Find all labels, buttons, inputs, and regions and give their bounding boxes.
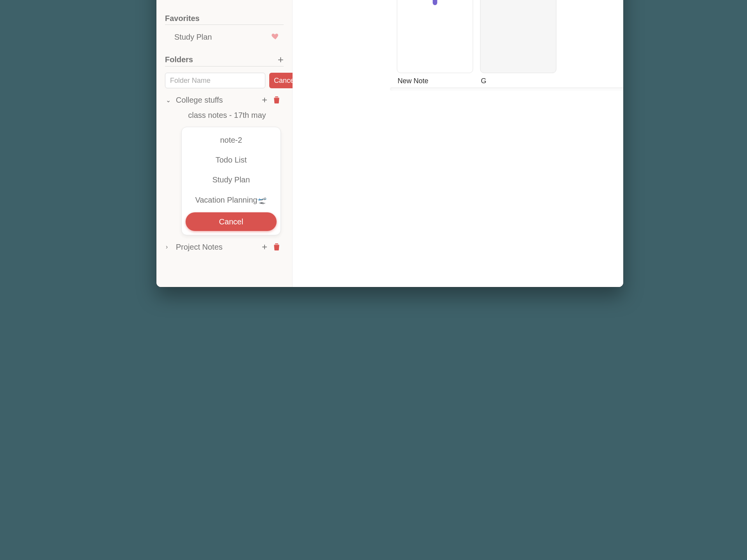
note-select-cancel-button[interactable]: Cancel — [186, 212, 277, 231]
add-note-icon[interactable]: + — [260, 95, 269, 105]
card-row-divider — [390, 87, 494, 91]
sidebar-top-spacer — [165, 0, 284, 2]
add-folder-icon[interactable]: + — [278, 54, 284, 65]
trash-icon[interactable] — [272, 96, 281, 103]
new-note-card: New Note — [397, 0, 473, 85]
folder-note[interactable]: class notes - 17th may — [170, 105, 284, 121]
trash-icon[interactable] — [272, 243, 281, 250]
note-card-label: G — [480, 77, 494, 85]
favorites-title: Favorites — [165, 14, 200, 23]
note-option[interactable]: Vacation Planning🛫 — [184, 190, 278, 210]
main-area: New Note G — [293, 0, 494, 287]
folder-name: Project Notes — [176, 243, 257, 252]
add-note-icon[interactable]: + — [260, 242, 269, 252]
note-thumb[interactable] — [480, 0, 494, 73]
svg-rect-0 — [433, 0, 437, 5]
plus-icon — [421, 0, 449, 7]
chevron-right-icon[interactable]: › — [166, 243, 173, 250]
note-option[interactable]: Study Plan — [184, 170, 278, 190]
favorite-label: Study Plan — [174, 33, 212, 42]
folders-title: Folders — [165, 55, 193, 64]
folders-section: Folders + Cancel ⌄ College stuffs + clas… — [165, 54, 284, 252]
heart-icon[interactable] — [271, 32, 280, 42]
note-option[interactable]: note-2 — [184, 130, 278, 150]
folders-header: Folders + — [165, 54, 284, 66]
folder-name: College stuffs — [176, 96, 257, 105]
chevron-down-icon[interactable]: ⌄ — [166, 96, 173, 104]
favorites-header: Favorites — [165, 14, 284, 25]
app-window: Favorites Study Plan Folders + Cancel ⌄ — [156, 0, 494, 287]
note-select-card: note-2 Todo List Study Plan Vacation Pla… — [181, 127, 281, 235]
folder-create-row: Cancel — [165, 73, 284, 88]
folder-row-project[interactable]: › Project Notes + — [165, 235, 284, 252]
folder-name-input[interactable] — [165, 73, 265, 88]
note-card-label: New Note — [397, 77, 473, 85]
favorite-item[interactable]: Study Plan — [165, 25, 284, 42]
favorites-section: Favorites Study Plan — [165, 14, 284, 42]
note-card: G — [480, 0, 494, 85]
note-option[interactable]: Todo List — [184, 150, 278, 170]
new-note-button[interactable] — [397, 0, 473, 73]
folder-row-college[interactable]: ⌄ College stuffs + — [165, 88, 284, 105]
sidebar: Favorites Study Plan Folders + Cancel ⌄ — [156, 0, 293, 287]
folder-children-college: class notes - 17th may note-2 Todo List … — [165, 105, 284, 235]
